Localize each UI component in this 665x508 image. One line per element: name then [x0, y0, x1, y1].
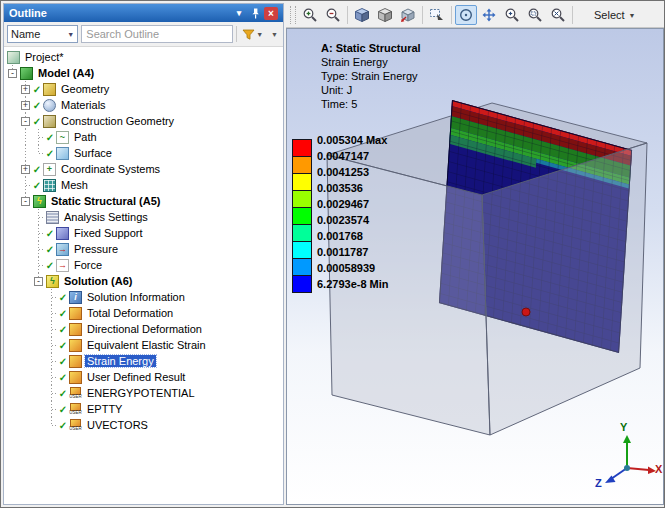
tree-expander[interactable]: - [21, 197, 30, 206]
tree-connector: + [19, 161, 32, 177]
tree-item-force[interactable]: ✓→Force [6, 257, 283, 273]
tree-guide [19, 305, 32, 321]
check-icon: ✓ [45, 244, 55, 255]
divider [347, 6, 348, 24]
tree-item-materials[interactable]: +✓Materials [6, 97, 283, 113]
tree-item-geometry[interactable]: +✓Geometry [6, 81, 283, 97]
tree-item-strain-energy[interactable]: ✓Strain Energy [6, 353, 283, 369]
tree-item-analysis-settings[interactable]: Analysis Settings [6, 209, 283, 225]
tree-guide [32, 353, 45, 369]
fit-view-button[interactable] [397, 5, 419, 25]
tree-item-label: Project* [23, 51, 66, 63]
tree-expander[interactable]: + [21, 101, 30, 110]
box-select-button[interactable] [426, 5, 448, 25]
tree-item-user-defined-result[interactable]: ✓User Defined Result [6, 369, 283, 385]
tree-guide [6, 129, 19, 145]
tree-item-project[interactable]: Project* [6, 49, 283, 65]
tree-guide [19, 401, 32, 417]
info-icon: i [69, 291, 82, 304]
tree-connector [32, 209, 45, 225]
check-icon: ✓ [45, 132, 55, 143]
tree-expander[interactable]: - [8, 69, 17, 78]
tree-item-coordinate-systems[interactable]: +✓+Coordinate Systems [6, 161, 283, 177]
outline-title-bar[interactable]: Outline ▾ × [4, 4, 283, 22]
coord-icon: + [43, 163, 56, 176]
tree-item-model-a4[interactable]: -Model (A4) [6, 65, 283, 81]
tree-item-fixed-support[interactable]: ✓Fixed Support [6, 225, 283, 241]
box-zoom-button[interactable] [524, 5, 546, 25]
tree-item-total-deformation[interactable]: ✓Total Deformation [6, 305, 283, 321]
filter-type-select[interactable]: Name ▼ [7, 25, 78, 43]
legend-labels: 0.005304 Max0.00471470.00412530.0035360.… [317, 139, 409, 293]
tree-item-mesh[interactable]: ✓Mesh [6, 177, 283, 193]
tree-item-label: Strain Energy [85, 355, 156, 367]
tree-item-solution-a6[interactable]: -ϟSolution (A6) [6, 273, 283, 289]
tree-guide [6, 257, 19, 273]
tree-item-surface[interactable]: ✓Surface [6, 145, 283, 161]
zoom-out-button[interactable] [322, 5, 344, 25]
tree-item-energypotential[interactable]: ✓USERENERGYPOTENTIAL [6, 385, 283, 401]
wireframe-view-button[interactable] [374, 5, 396, 25]
tree-item-label: Model (A4) [36, 67, 96, 79]
tree-guide [6, 353, 19, 369]
tree-guide [6, 385, 19, 401]
tree-item-static-structural-a5[interactable]: -ϟStatic Structural (A5) [6, 193, 283, 209]
tree-guide [19, 225, 32, 241]
surface-icon [56, 147, 69, 160]
toolbar-drag-handle[interactable] [290, 6, 296, 24]
check-icon: ✓ [45, 228, 55, 239]
pan-button[interactable] [478, 5, 500, 25]
check-icon: ✓ [58, 340, 68, 351]
tree-item-label: Pressure [72, 243, 120, 255]
close-icon[interactable]: × [264, 7, 278, 20]
tree-connector [32, 241, 45, 257]
pin-icon[interactable] [248, 7, 262, 20]
tree-expander[interactable]: + [21, 165, 30, 174]
select-mode-dropdown[interactable]: Select ▼ [588, 8, 642, 22]
chevron-down-icon[interactable]: ▾ [232, 7, 246, 20]
search-input[interactable] [81, 25, 233, 43]
tree-item-solution-information[interactable]: ✓iSolution Information [6, 289, 283, 305]
tree-connector: - [19, 193, 32, 209]
expand-tree-button[interactable]: ▼ [268, 25, 280, 43]
tree-connector [45, 353, 58, 369]
tree-guide [6, 289, 19, 305]
tree-guide [6, 417, 19, 433]
legend-label: 0.001768 [317, 230, 363, 242]
tree-expander[interactable]: - [21, 117, 30, 126]
zoom-button[interactable] [501, 5, 523, 25]
tree-item-uvectors[interactable]: ✓USERUVECTORS [6, 417, 283, 433]
tree-guide [19, 369, 32, 385]
viewport-3d[interactable]: A: Static Structural Strain Energy Type:… [286, 28, 664, 505]
tree-item-label: ENERGYPOTENTIAL [85, 387, 197, 399]
tree-connector [19, 177, 32, 193]
tree-expander[interactable]: - [34, 277, 43, 286]
mesh-icon [43, 179, 56, 192]
tree-expander[interactable]: + [21, 85, 30, 94]
tree-item-directional-deformation[interactable]: ✓Directional Deformation [6, 321, 283, 337]
outline-title: Outline [9, 7, 47, 19]
zoom-in-button[interactable] [299, 5, 321, 25]
check-icon: ✓ [58, 324, 68, 335]
tree-item-equivalent-elastic-strain[interactable]: ✓Equivalent Elastic Strain [6, 337, 283, 353]
check-icon: ✓ [32, 164, 42, 175]
tree-connector: - [19, 113, 32, 129]
zoom-to-fit-button[interactable] [547, 5, 569, 25]
tree-item-construction-geometry[interactable]: -✓Construction Geometry [6, 113, 283, 129]
isometric-view-button[interactable] [351, 5, 373, 25]
triad-x-label: X [655, 463, 662, 475]
chevron-down-icon: ▼ [256, 31, 263, 38]
tree-item-pressure[interactable]: ✓→Pressure [6, 241, 283, 257]
tree-item-label: Static Structural (A5) [49, 195, 162, 207]
rotate-button[interactable] [455, 5, 477, 25]
tree-guide [19, 289, 32, 305]
tree-connector [45, 337, 58, 353]
chevron-down-icon: ▼ [629, 12, 636, 19]
tree-item-path[interactable]: ✓~Path [6, 129, 283, 145]
check-icon: ✓ [45, 260, 55, 271]
tree-guide [32, 401, 45, 417]
tree-item-eptty[interactable]: ✓USEREPTTY [6, 401, 283, 417]
tree-item-label: Analysis Settings [62, 211, 150, 223]
filter-options-button[interactable]: ▼ [240, 25, 265, 43]
tree-guide [32, 305, 45, 321]
